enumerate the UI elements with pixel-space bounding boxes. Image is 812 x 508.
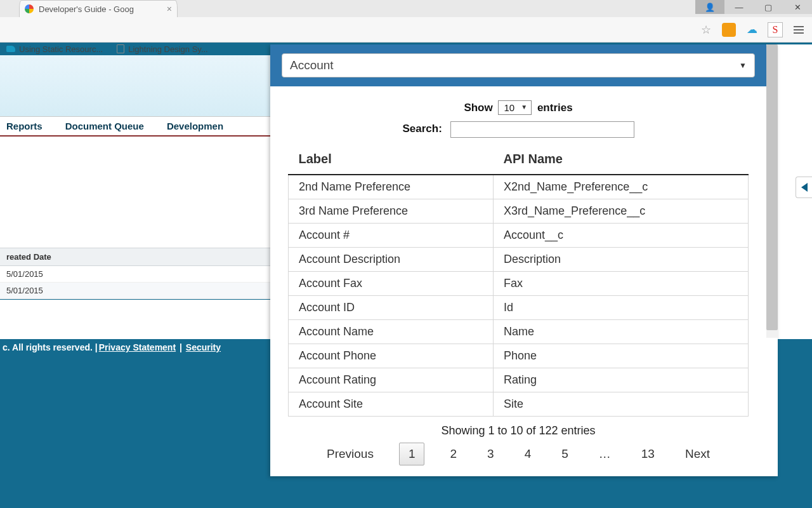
table-row[interactable]: Account IDId	[289, 296, 749, 320]
nav-tab-document-queue[interactable]: Document Queue	[65, 121, 144, 131]
cell-label: Account Fax	[289, 272, 494, 296]
cell-label: 3rd Name Preference	[289, 199, 494, 224]
search-control: Search:	[288, 121, 749, 138]
table-row[interactable]: Account DescriptionDescription	[289, 248, 749, 272]
window-close-button[interactable]: ✕	[783, 0, 812, 14]
table-row[interactable]: 3rd Name PreferenceX3rd_Name_Preference_…	[289, 199, 749, 224]
cell-label: Account ID	[289, 296, 494, 320]
length-control: Show 10 entries	[288, 100, 749, 115]
cell-label: Account Name	[289, 320, 494, 344]
salesforce-cloud-icon[interactable]: ☁	[745, 23, 759, 37]
object-select-value: Account	[290, 58, 334, 72]
side-collapse-handle[interactable]	[796, 177, 812, 198]
page-number[interactable]: 5	[556, 444, 573, 464]
cell-api-name: Fax	[494, 272, 749, 296]
browser-tab[interactable]: Developer's Guide - Goog ×	[19, 0, 178, 17]
pagination: Previous 12345…13 Next	[288, 443, 749, 477]
col-api-name[interactable]: API Name	[494, 147, 749, 175]
cell-api-name: Description	[494, 248, 749, 272]
browser-toolbar: ☆ ☁ S	[0, 17, 812, 43]
cell-api-name: Name	[494, 320, 749, 344]
triangle-left-icon	[801, 183, 808, 192]
footer-security-link[interactable]: Security	[186, 342, 221, 352]
table-row[interactable]: Account NameName	[289, 320, 749, 344]
cell-label: Account Description	[289, 248, 494, 272]
page-number[interactable]: 13	[636, 444, 660, 464]
cell-api-name: X3rd_Name_Preference__c	[494, 199, 749, 224]
cell-label: Account Rating	[289, 368, 494, 392]
cell-label: Account #	[289, 224, 494, 248]
footer-privacy-link[interactable]: Privacy Statement	[99, 342, 176, 352]
table-row[interactable]: 2nd Name PreferenceX2nd_Name_Preference_…	[289, 175, 749, 199]
browser-titlebar: Developer's Guide - Goog × 👤 — ▢ ✕	[0, 0, 812, 17]
active-extension-icon[interactable]: S	[768, 22, 783, 37]
popup-header: Account ▼	[270, 44, 766, 86]
page-next[interactable]: Next	[680, 444, 715, 464]
page-previous[interactable]: Previous	[322, 444, 379, 464]
nav-tab-reports[interactable]: Reports	[6, 121, 43, 131]
cell-api-name: Account__c	[494, 224, 749, 248]
bookmark-star-icon[interactable]: ☆	[699, 23, 713, 37]
cell-label: Account Phone	[289, 344, 494, 368]
close-tab-icon[interactable]: ×	[167, 4, 172, 14]
bookmark-item[interactable]: Using Static Resourc...	[6, 44, 103, 54]
nav-tab-development[interactable]: Developmen	[167, 121, 223, 131]
page-number[interactable]: 4	[520, 444, 537, 464]
bookmark-item[interactable]: Lightning Design Sy...	[117, 44, 208, 54]
search-input[interactable]	[450, 121, 634, 138]
cell-label: 2nd Name Preference	[289, 175, 494, 199]
cell-api-name: X2nd_Name_Preference__c	[494, 175, 749, 199]
user-icon[interactable]: 👤	[695, 0, 724, 14]
extension-popup: Account ▼ Show 10 entries Search: Label …	[270, 44, 778, 476]
col-label[interactable]: Label	[289, 147, 494, 175]
table-row[interactable]: Account #Account__c	[289, 224, 749, 248]
chrome-menu-icon[interactable]	[792, 23, 806, 37]
chevron-down-icon: ▼	[739, 61, 747, 70]
page-number[interactable]: 1	[399, 443, 425, 465]
page-ellipsis: …	[594, 444, 616, 464]
chrome-favicon-icon	[25, 4, 34, 13]
table-row[interactable]: Account PhonePhone	[289, 344, 749, 368]
page-number[interactable]: 3	[482, 444, 499, 464]
page-number[interactable]: 2	[445, 444, 462, 464]
page-favicon-icon	[117, 44, 124, 53]
table-row[interactable]: Account RatingRating	[289, 368, 749, 392]
salesforce-favicon-icon	[6, 46, 15, 52]
popup-scrollbar-track[interactable]	[766, 44, 778, 338]
object-select[interactable]: Account ▼	[282, 53, 755, 77]
table-info: Showing 1 to 10 of 122 entries	[288, 424, 749, 438]
cell-api-name: Phone	[494, 344, 749, 368]
popup-scrollbar-thumb[interactable]	[766, 44, 778, 330]
table-row[interactable]: Account FaxFax	[289, 272, 749, 296]
table-row[interactable]: Account SiteSite	[289, 392, 749, 417]
cell-api-name: Id	[494, 296, 749, 320]
window-maximize-button[interactable]: ▢	[754, 0, 783, 14]
cell-api-name: Rating	[494, 368, 749, 392]
page-length-select[interactable]: 10	[498, 100, 532, 115]
cell-label: Account Site	[289, 392, 494, 417]
fields-table: Label API Name 2nd Name PreferenceX2nd_N…	[288, 147, 749, 417]
extension-icon-1[interactable]	[722, 23, 736, 37]
tab-title: Developer's Guide - Goog	[39, 4, 163, 14]
cell-api-name: Site	[494, 392, 749, 417]
window-minimize-button[interactable]: —	[724, 0, 754, 14]
